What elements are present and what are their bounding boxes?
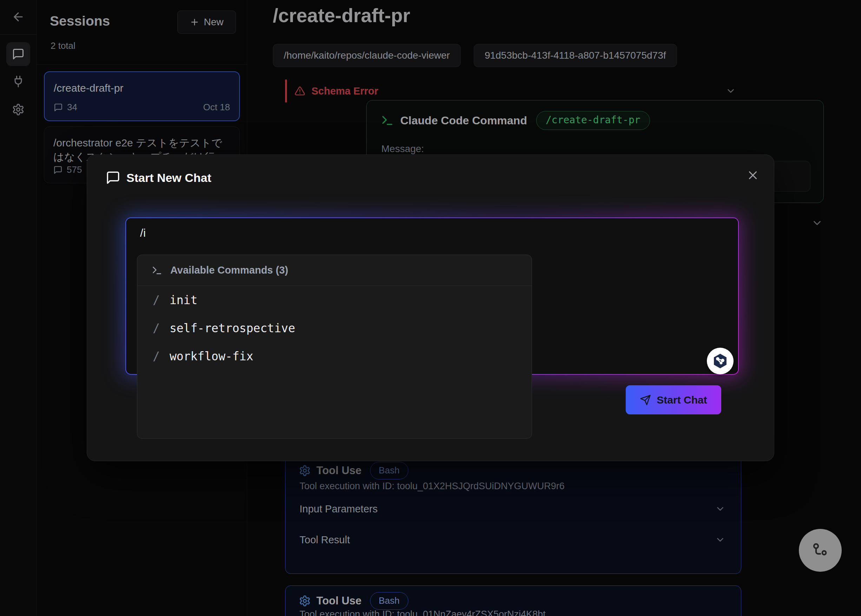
- command-option-self-retrospective[interactable]: / self-retrospective: [137, 314, 532, 342]
- commands-header: Available Commands (3): [170, 264, 288, 276]
- start-chat-button[interactable]: Start Chat: [626, 385, 721, 415]
- command-prefix: /: [153, 321, 160, 335]
- commands-dropdown: Available Commands (3) / init / self-ret…: [137, 255, 532, 438]
- start-chat-label: Start Chat: [657, 394, 707, 406]
- input-value: /i: [140, 226, 146, 239]
- command-option-init[interactable]: / init: [137, 286, 532, 314]
- command-option-workflow-fix[interactable]: / workflow-fix: [137, 342, 532, 370]
- modal-title: Start New Chat: [126, 171, 211, 185]
- send-icon: [640, 394, 651, 405]
- git-compare-fab[interactable]: [799, 529, 842, 572]
- terminal-icon: [151, 265, 163, 276]
- start-new-chat-modal: Start New Chat /i Available Commands (3)…: [87, 154, 774, 461]
- command-prefix: /: [153, 349, 160, 363]
- hexagon-share-icon: [712, 352, 729, 370]
- close-icon: [746, 168, 759, 182]
- command-name: workflow-fix: [170, 349, 253, 363]
- chat-bubble-icon: [106, 170, 121, 185]
- command-name: self-retrospective: [170, 321, 295, 335]
- extension-badge[interactable]: [707, 348, 734, 374]
- command-prefix: /: [153, 293, 160, 307]
- command-name: init: [170, 293, 197, 307]
- close-button[interactable]: [745, 167, 761, 184]
- git-compare-icon: [812, 542, 829, 559]
